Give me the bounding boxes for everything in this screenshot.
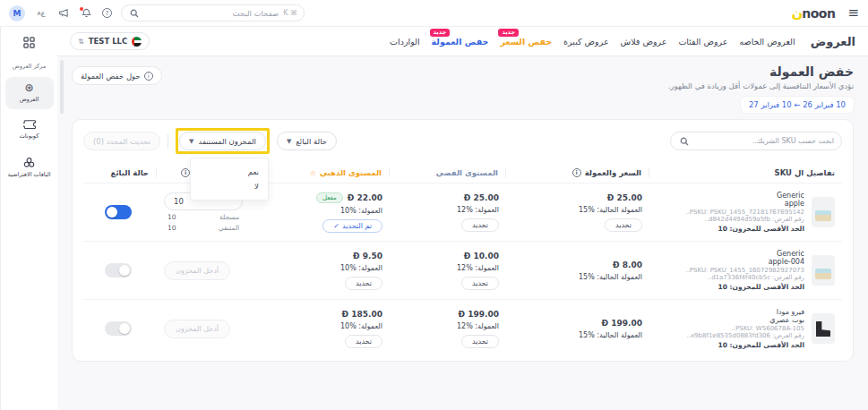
product-name: بوت عصري <box>687 316 805 324</box>
check-icon: ✓ <box>333 222 339 230</box>
col-header-silver: المستوى الفضي <box>390 168 506 177</box>
info-icon[interactable]: i <box>181 168 190 177</box>
table-row: فيرو مودا بوت عصري PSKU: W560678A-105.. … <box>83 299 842 357</box>
col-header-status: حالة البائع <box>80 168 157 177</box>
col-header-gold: المستوى الذهبي ☆ <box>255 168 390 177</box>
product-image <box>812 313 835 344</box>
max-stock: الحد الأقصى للمخزون: 10 <box>685 283 804 291</box>
registered-value: 10 <box>168 213 176 221</box>
update-selected-button[interactable]: تحديث المحدد (0) <box>83 132 160 150</box>
current-price: Ð 25.00 <box>607 193 642 202</box>
chevron-down-icon: ▼ <box>189 138 193 145</box>
select-silver-button[interactable]: تحديد <box>461 335 499 348</box>
search-icon <box>128 7 141 20</box>
user-avatar[interactable]: M <box>9 5 25 21</box>
search-icon <box>678 135 691 148</box>
about-commission-reduction-button[interactable]: i حول خفض العمولة <box>72 66 162 85</box>
select-current-button[interactable]: تحديد <box>605 218 642 232</box>
info-icon[interactable]: i <box>572 168 581 177</box>
offers-tabs: العروض الخاصه عروض الفئات عروض فلاش عروض… <box>390 37 795 47</box>
gold-price: Ð 185.00 <box>342 310 382 319</box>
product-image <box>812 255 835 286</box>
noon-logo[interactable]: نnoon <box>791 5 835 21</box>
max-stock: الحد الأقصى للمخزون: 10 <box>687 341 805 349</box>
new-badge: جديد <box>498 29 519 38</box>
product-brand: Generic <box>685 250 804 258</box>
gold-selected-button[interactable]: تم التحديد ✓ <box>322 219 382 233</box>
sku-search-input[interactable] <box>695 137 834 145</box>
offer-id: رقم العرض: d1a7336f4f40cb5c.. <box>685 274 804 281</box>
uae-flag-icon <box>132 37 142 47</box>
depleted-stock-filter[interactable]: المخزون المستنفد ▼ <box>179 132 266 150</box>
announcements-megaphone-icon[interactable] <box>57 7 70 20</box>
language-translate-icon[interactable]: عA <box>35 7 47 20</box>
tab-special-offers[interactable]: العروض الخاصه <box>739 37 795 47</box>
seller-status-toggle[interactable] <box>105 205 132 219</box>
silver-commission: العمولة: %12 <box>397 264 499 272</box>
max-stock: الحد الأقصى للمخزون: 10 <box>685 225 804 233</box>
enter-stock-button[interactable]: أدخل المخزون <box>164 320 230 338</box>
remaining-label: المتبقي <box>219 224 239 232</box>
depleted-stock-dropdown: نعم لا <box>190 158 269 201</box>
vertical-scrollbar[interactable] <box>60 60 64 114</box>
tab-big-offers[interactable]: عروض كبيرة <box>563 37 608 47</box>
commission-table-card: حالة البائع ▼ المخزون المستنفد ▼ نعم لا <box>72 119 854 362</box>
info-icon: i <box>144 72 153 81</box>
col-header-current: السعر والعمولة i <box>506 168 649 177</box>
silver-price: Ð 199.00 <box>459 310 499 319</box>
company-name: TEST LLC <box>89 37 128 46</box>
sidebar-item-coupons[interactable]: كوبونات <box>5 115 54 146</box>
tab-imports[interactable]: الواردات <box>390 37 419 47</box>
global-search-input-wrap: K ⌘ <box>121 4 305 21</box>
campaign-date-range: 10 فبراير 26 ← 10 فبراير 27 <box>741 97 854 113</box>
silver-price: Ð 25.00 <box>464 193 499 202</box>
gold-price: Ð 9.50 <box>353 252 382 261</box>
offer-id: رقم العرض: d842d4494d59a5fb.. <box>685 216 804 223</box>
silver-commission: العمولة: %12 <box>397 322 499 330</box>
dropdown-option-no[interactable]: لا <box>200 179 259 193</box>
product-psku: PSKU: W560678A-105.. <box>687 325 805 332</box>
dropdown-option-yes[interactable]: نعم <box>200 165 259 179</box>
product-name: apple <box>685 200 804 208</box>
offers-gear-icon: ⊛ <box>24 82 33 93</box>
select-gold-button[interactable]: تحديد <box>345 277 382 290</box>
seller-status-toggle[interactable] <box>105 263 132 278</box>
help-icon[interactable]: ? <box>102 8 112 18</box>
content-area: خفض العمولة تؤدي الأسعار التنافسية إلى ع… <box>57 56 868 410</box>
chevron-down-icon: ▼ <box>287 138 291 145</box>
keyboard-shortcut-hint: K ⌘ <box>283 9 297 17</box>
select-silver-button[interactable]: تحديد <box>461 218 499 232</box>
select-gold-button[interactable]: تحديد <box>345 335 382 348</box>
tab-flash-offers[interactable]: عروض فلاش <box>621 37 667 47</box>
tab-category-offers[interactable]: عروض الفئات <box>678 37 727 47</box>
tab-commission-reduction[interactable]: خفض العمولة جديد <box>432 37 489 47</box>
table-toolbar: حالة البائع ▼ المخزون المستنفد ▼ نعم لا <box>83 128 842 154</box>
product-image <box>812 197 835 227</box>
silver-commission: العمولة: %12 <box>397 206 499 214</box>
gold-commission: العمولة: %10 <box>262 207 382 215</box>
switch-company-icon: ⇅ <box>78 38 84 46</box>
apps-grid-icon[interactable] <box>23 35 35 52</box>
topbar: ≡ نnoon K ⌘ ? عA M <box>0 0 868 27</box>
topbar-icons: ? عA M <box>9 5 112 21</box>
tab-price-reduction[interactable]: خفض السعر جديد <box>500 37 552 47</box>
current-commission: العمولة الحالية: %15 <box>513 273 642 281</box>
current-commission: العمولة الحالية: %15 <box>513 206 642 214</box>
star-icon: ☆ <box>310 169 316 177</box>
offers-center-sidebar: مركز العروض ⊛ العروض كوبونات الباقات الا… <box>0 27 57 410</box>
seller-status-toggle[interactable] <box>105 321 132 336</box>
hamburger-menu-icon[interactable]: ≡ <box>847 6 859 20</box>
company-selector[interactable]: TEST LLC ⇅ <box>70 32 150 50</box>
enter-stock-button[interactable]: أدخل المخزون <box>164 261 230 280</box>
sidebar-item-virtual-bundles[interactable]: الباقات الافتراضية <box>5 151 54 184</box>
offer-id: رقم العرض: x9b8f1e8535d0883fd306.. <box>687 332 805 339</box>
current-price: Ð 8.00 <box>613 261 642 269</box>
remaining-value: 10 <box>168 224 176 232</box>
page-subtitle: تؤدي الأسعار التنافسية إلى عمولات أقل وز… <box>668 81 854 90</box>
seller-status-filter[interactable]: حالة البائع ▼ <box>277 132 337 150</box>
global-search-input[interactable] <box>145 9 279 18</box>
sidebar-item-offers[interactable]: ⊛ العروض <box>5 77 54 109</box>
select-silver-button[interactable]: تحديد <box>461 277 499 290</box>
notifications-bell-icon[interactable] <box>80 7 92 20</box>
silver-price: Ð 10.00 <box>464 252 499 261</box>
